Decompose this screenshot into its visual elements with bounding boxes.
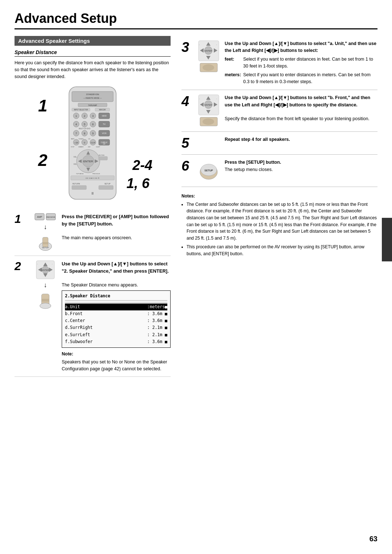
section-header: Advanced Speaker Settings [15, 36, 171, 46]
svg-text:SLEEP: SLEEP [96, 146, 100, 148]
step-3-text: Use the Up and Down [▲]/[▼] buttons to s… [225, 40, 377, 85]
remote-image-area: 1 2 2-4 1, 6 STANDBY/ON — REMOTE MODE — [15, 85, 171, 209]
svg-point-90 [40, 303, 51, 309]
svg-text:2: 2 [84, 115, 85, 117]
step-3-row: 3 ENTER - - [181, 36, 377, 90]
svg-text:3: 3 [92, 115, 94, 117]
svg-text:STOP: STOP [71, 146, 74, 148]
svg-text:SETUP: SETUP [105, 183, 111, 185]
step-6-icon: SETUP [197, 159, 220, 182]
svg-text:6: 6 [92, 123, 94, 126]
svg-rect-89 [41, 299, 49, 302]
step-1-num: 1 [15, 213, 29, 251]
left-column: Advanced Speaker Settings Speaker Distan… [15, 36, 171, 381]
speaker-distance-screen: 2.Speaker Distance a.Unit:meters■ b.Fron… [62, 290, 171, 348]
hand-press-icon-2 [36, 291, 54, 309]
svg-text:AMP: AMP [37, 216, 42, 218]
step-label-2: 2 [38, 150, 48, 170]
svg-text:1: 1 [75, 115, 77, 117]
step-6-row: 6 SETUP Press the [SETUP] button. The se… [181, 155, 377, 187]
step-2-row: 2 ENTER - - ↓ [15, 260, 171, 377]
svg-text:ENTER: ENTER [42, 269, 49, 271]
hand-press-icon-1: SETUP [36, 233, 54, 251]
svg-text:TAPE: TAPE [71, 138, 74, 140]
svg-text:INPUT SELECTOR: INPUT SELECTOR [74, 109, 89, 111]
svg-text:VCR: VCR [102, 132, 107, 134]
step-2-text: Use the Up and Down [▲]/[▼] buttons to s… [62, 260, 171, 372]
svg-rect-68 [72, 186, 86, 190]
svg-text:ENTER: ENTER [83, 160, 93, 163]
svg-text:TOP MENU: TOP MENU [76, 173, 84, 175]
svg-text:VOL: VOL [73, 156, 77, 158]
step-4-row: 4 ENTER - - [181, 90, 377, 132]
svg-text:5: 5 [84, 123, 85, 126]
svg-text:-: - [216, 44, 217, 46]
svg-text:PREVIOUS: PREVIOUS [93, 173, 100, 175]
page-title: Advanced Setup [15, 11, 377, 29]
step-2-icons: ENTER - - ↓ [33, 260, 58, 372]
step-2-num: 2 [15, 260, 29, 372]
svg-text:-: - [199, 98, 200, 100]
dpad-step4-icon: ENTER - - [198, 94, 219, 127]
step-1-icons: AMP RECEIVE ↓ SETUP [33, 213, 58, 251]
svg-text:MUTING: MUTING [99, 154, 105, 156]
step-1-text: Press the [RECEIVER] or [AMP] button fol… [62, 213, 171, 251]
step-label-2-4: 2-4 [132, 158, 152, 173]
step-5-text: Repeat step 4 for all speakers. [225, 136, 377, 143]
svg-text:+10: +10 [74, 142, 78, 144]
svg-text:VOL: VOL [73, 163, 77, 165]
step-6-text: Press the [SETUP] button. The setup menu… [225, 159, 377, 173]
page-number: 63 [369, 535, 377, 543]
svg-text:ENT: ENT [88, 146, 91, 148]
svg-text:MULTI-CH   EVO: MULTI-CH EVO [79, 128, 90, 130]
svg-text:ENTER: ENTER [204, 50, 212, 52]
step-label-1-6: 1, 6 [127, 176, 150, 191]
svg-text:— REMOTE MODE —: — REMOTE MODE — [83, 97, 102, 99]
side-tab [382, 218, 392, 261]
svg-text:-: - [199, 44, 200, 46]
step-3-icon: ENTER - - [197, 40, 220, 73]
svg-text:9: 9 [92, 132, 94, 135]
step-4-text: Use the Up and Down [▲]/[▼] buttons to s… [225, 94, 377, 123]
svg-text:◄◄  ◄  ■  ►  ►►  ⏸: ◄◄ ◄ ■ ► ►► ⏸ [85, 177, 100, 179]
notes-section: Notes: The Center and Subwoofer distance… [181, 193, 377, 257]
step-1-row: 1 AMP RECEIVE ↓ [15, 213, 171, 256]
svg-point-101 [203, 64, 214, 71]
setup-button-icon: SETUP [198, 159, 219, 182]
svg-point-112 [203, 118, 214, 125]
svg-text:8: 8 [84, 132, 85, 135]
dpad-step3-icon: ENTER - - [198, 40, 219, 73]
svg-text:MD/CDR: MD/CDR [99, 109, 106, 111]
step-4-icon: ENTER - - [197, 94, 220, 127]
svg-text:SETUP: SETUP [42, 247, 49, 249]
step-label-1: 1 [38, 96, 48, 115]
subsection-title: Speaker Distance [15, 49, 171, 57]
svg-text:ENTER: ENTER [204, 104, 212, 106]
svg-text:TUNER: TUNER [78, 138, 83, 140]
svg-text:⏸: ⏸ [91, 191, 94, 195]
notes-item-1: This procedure can also be performed on … [187, 244, 377, 257]
dpad-icon-2: ENTER - - [36, 260, 55, 279]
svg-text:STANDBY/ON: STANDBY/ON [86, 93, 99, 95]
svg-text:CLR: CLR [91, 142, 95, 144]
right-column: 3 ENTER - - [181, 36, 377, 381]
svg-text:TV: TV [103, 123, 106, 125]
svg-rect-69 [99, 186, 113, 190]
svg-text:4: 4 [75, 123, 77, 126]
svg-text:TAPE/AMP: TAPE/AMP [88, 104, 98, 106]
description-text: Here you can specify the distance from e… [15, 60, 171, 80]
step-5-row: 5 Repeat step 4 for all speakers. [181, 132, 377, 155]
svg-rect-77 [42, 242, 48, 244]
svg-text:CD: CD [88, 138, 90, 140]
svg-rect-63 [99, 156, 107, 160]
svg-text:RETURN: RETURN [73, 183, 80, 185]
svg-text:HDD: HDD [102, 115, 107, 117]
notes-item-0: The Center and Subwoofer distances can b… [187, 201, 377, 242]
svg-text:SAT: SAT [103, 143, 106, 145]
amp-receiver-icon: AMP RECEIVE [34, 213, 56, 221]
svg-text:RECEIVE: RECEIVE [46, 216, 55, 218]
svg-text:7: 7 [75, 132, 77, 135]
remote-control-svg: STANDBY/ON — REMOTE MODE — TAPE/AMP INPU… [58, 85, 127, 208]
svg-text:-: - [216, 98, 217, 100]
notes-list: The Center and Subwoofer distances can b… [181, 201, 377, 257]
